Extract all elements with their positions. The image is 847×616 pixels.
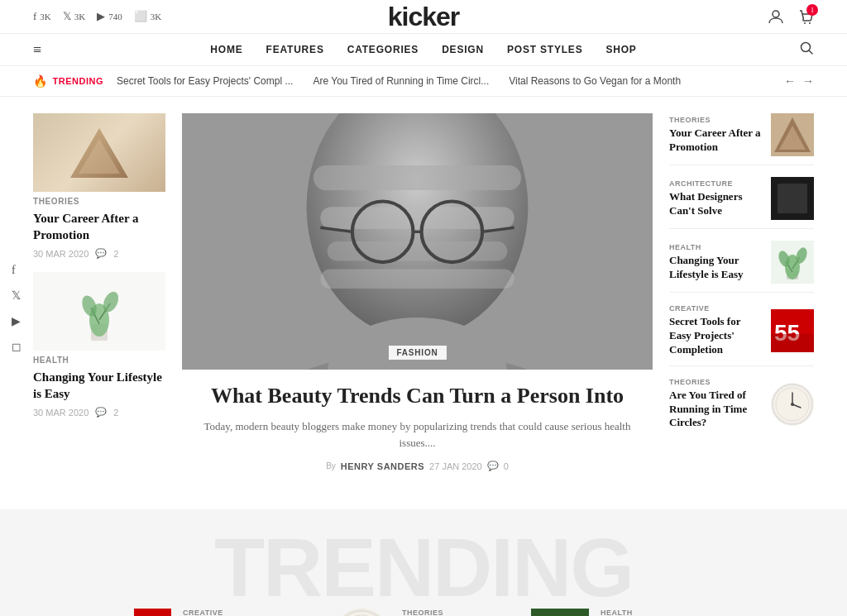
left-article-1-comments: 2 [113, 408, 118, 418]
left-article-0-meta: 30 MAR 2020 💬 2 [33, 248, 165, 259]
feature-date: 27 JAN 2020 [429, 461, 482, 471]
trending-prev-button[interactable]: ← [784, 74, 796, 88]
feature-byline: By HENRY SANDERS 27 JAN 2020 💬 0 [199, 461, 636, 471]
bottom-card-1-text: THEORIES Are You Tired of Running in Tim… [402, 609, 514, 616]
trending-item-0[interactable]: Secret Tools for Easy Projects' Compl ..… [117, 75, 293, 87]
comment-icon: 💬 [95, 248, 107, 259]
search-icon[interactable] [799, 41, 814, 59]
svg-rect-15 [313, 165, 521, 190]
facebook-count: 3K [40, 12, 50, 21]
nav-features[interactable]: FEATURES [266, 44, 324, 55]
float-instagram-icon[interactable]: ◻ [12, 339, 22, 353]
facebook-link[interactable]: f 3K [33, 10, 51, 23]
bottom-card-0-category: CREATIVE [183, 609, 316, 616]
right-article-0-image [771, 113, 814, 156]
left-article-1-category: HEALTH [33, 356, 165, 365]
youtube-icon: ▶ [97, 10, 105, 23]
svg-point-2 [809, 22, 811, 24]
right-article-3[interactable]: CREATIVE Secret Tools for Easy Projects'… [669, 296, 814, 366]
trending-label: 🔥 TRENDING [33, 74, 103, 88]
twitter-count: 3K [74, 12, 85, 21]
nav-links: HOME FEATURES CATEGORIES DESIGN POST STY… [210, 44, 636, 55]
right-article-4-title: Are You Tired of Running in Time Circles… [669, 389, 763, 431]
feature-excerpt: Today, modern beauty bloggers make money… [199, 418, 636, 453]
nav-bar: ≡ HOME FEATURES CATEGORIES DESIGN POST S… [0, 34, 847, 66]
nav-home[interactable]: HOME [210, 44, 242, 55]
right-article-1-image [771, 177, 814, 220]
instagram-link[interactable]: ⬜ 3K [134, 10, 161, 23]
comment-icon-1: 💬 [95, 407, 107, 418]
float-facebook-icon[interactable]: f [12, 263, 22, 276]
twitter-link[interactable]: 𝕏 3K [63, 10, 85, 23]
main-content: THEORIES Your Career After a Promotion 3… [0, 97, 847, 501]
feature-author: HENRY SANDERS [341, 461, 424, 471]
bottom-card-0-text: CREATIVE Secret Tools for Easy Projects'… [183, 609, 316, 616]
site-logo[interactable]: kicker [388, 2, 460, 32]
right-article-1[interactable]: ARCHITECTURE What Designers Can't Solve [669, 169, 814, 229]
feature-by-label: By [326, 461, 336, 470]
right-article-0[interactable]: THEORIES Your Career After a Promotion [669, 113, 814, 165]
feature-comments: 0 [504, 461, 509, 471]
bottom-card-1-image [333, 609, 390, 616]
cart-badge: 1 [806, 4, 818, 16]
right-article-2[interactable]: HEALTH Changing Your Lifestyle is Easy [669, 232, 814, 293]
nav-post-styles[interactable]: POST STYLES [507, 44, 582, 55]
youtube-link[interactable]: ▶ 740 [97, 10, 122, 23]
bottom-bg-text: TRENDING [214, 534, 633, 600]
floating-social-bar: f 𝕏 ▶ ◻ [12, 263, 22, 353]
right-article-2-text: HEALTH Changing Your Lifestyle is Easy [669, 243, 763, 282]
float-twitter-icon[interactable]: 𝕏 [12, 288, 22, 302]
trending-next-button[interactable]: → [802, 74, 814, 88]
right-sidebar: THEORIES Your Career After a Promotion A… [669, 113, 814, 485]
trending-item-1[interactable]: Are You Tired of Running in Time Circl..… [313, 75, 489, 87]
feature-image [182, 113, 653, 370]
svg-point-0 [773, 11, 779, 17]
nav-categories[interactable]: CATEGORIES [347, 44, 419, 55]
left-article-0[interactable]: THEORIES Your Career After a Promotion 3… [33, 113, 165, 259]
bottom-card-0[interactable]: 55 CREATIVE Secret Tools for Easy Projec… [134, 609, 316, 616]
left-article-1-title: Changing Your Lifestyle is Easy [33, 370, 165, 402]
left-article-0-category: THEORIES [33, 197, 165, 206]
nav-shop[interactable]: SHOP [605, 44, 636, 55]
left-sidebar: THEORIES Your Career After a Promotion 3… [33, 113, 165, 485]
bottom-card-2-image [531, 609, 589, 616]
right-article-0-text: THEORIES Your Career After a Promotion [669, 116, 763, 155]
feature-category-badge: FASHION [388, 346, 446, 360]
youtube-count: 740 [108, 12, 122, 21]
bottom-card-2[interactable]: HEALTH Vital Reasons to Go Vegan for a M… [531, 609, 713, 616]
feature-comment-icon: 💬 [487, 461, 499, 471]
left-article-1-image [33, 272, 165, 351]
right-article-4[interactable]: THEORIES Are You Tired of Running in Tim… [669, 370, 814, 439]
user-icon[interactable] [768, 8, 784, 25]
right-article-3-text: CREATIVE Secret Tools for Easy Projects'… [669, 304, 763, 357]
svg-rect-18 [320, 269, 514, 288]
svg-rect-16 [320, 207, 514, 229]
trending-text: TRENDING [53, 76, 103, 86]
left-article-1[interactable]: HEALTH Changing Your Lifestyle is Easy 3… [33, 272, 165, 418]
right-article-1-title: What Designers Can't Solve [669, 190, 763, 218]
right-article-0-category: THEORIES [669, 116, 763, 124]
float-youtube-icon[interactable]: ▶ [12, 313, 22, 327]
right-article-1-text: ARCHITECTURE What Designers Can't Solve [669, 179, 763, 218]
right-article-4-text: THEORIES Are You Tired of Running in Tim… [669, 378, 763, 431]
svg-rect-30 [778, 184, 807, 213]
cart-icon[interactable]: 1 [797, 8, 814, 25]
svg-rect-46 [134, 609, 171, 616]
trending-nav: ← → [784, 74, 814, 88]
top-bar: f 3K 𝕏 3K ▶ 740 ⬜ 3K kicker [0, 0, 847, 34]
bottom-card-0-image: 55 [134, 609, 171, 616]
bottom-section: TRENDING 55 CREATIVE Secret Tools for Ea… [0, 509, 847, 616]
trending-bar: 🔥 TRENDING Secret Tools for Easy Project… [0, 66, 847, 97]
hamburger-menu[interactable]: ≡ [33, 41, 41, 59]
center-feature[interactable]: FASHION What Beauty Trends Can Turn a Pe… [182, 113, 653, 485]
trending-items: Secret Tools for Easy Projects' Compl ..… [117, 75, 771, 87]
bottom-card-1[interactable]: THEORIES Are You Tired of Running in Tim… [333, 609, 514, 616]
left-article-0-comments: 2 [113, 249, 118, 259]
svg-point-1 [804, 22, 806, 24]
nav-design[interactable]: DESIGN [442, 44, 484, 55]
right-article-2-category: HEALTH [669, 243, 763, 251]
left-article-0-title: Your Career After a Promotion [33, 211, 165, 243]
feature-image-wrap: FASHION [182, 113, 653, 370]
top-right-actions: 1 [768, 8, 814, 25]
trending-item-2[interactable]: Vital Reasons to Go Vegan for a Month [509, 75, 681, 87]
